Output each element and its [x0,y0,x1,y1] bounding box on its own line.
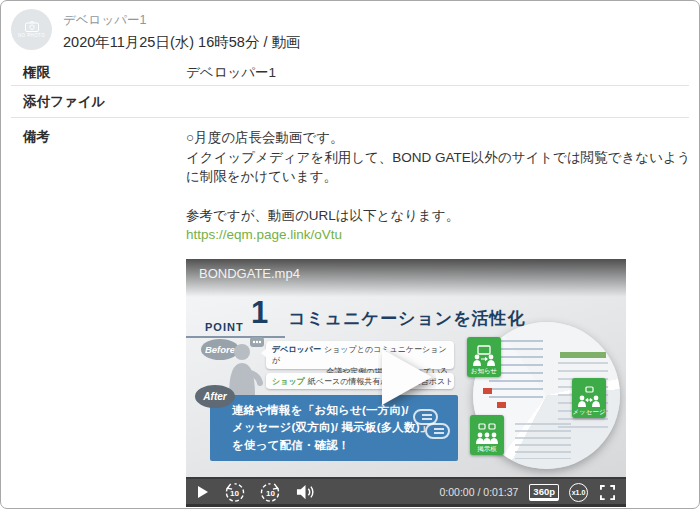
slide-heading: コミュニケーションを活性化 [288,307,526,330]
volume-button[interactable] [296,484,315,500]
badge-keijiban: 掲示板 [470,415,504,455]
slide-point-number: 1 [251,295,268,331]
after-line-2: メッセージ(双方向)/ 掲示板(多人数)」 [232,419,432,436]
remarks-line-1: ○月度の店長会動画です。 [186,128,691,148]
svg-text:10: 10 [266,488,276,497]
remarks-spacer [186,187,691,206]
badge-label: メッセージ [572,408,605,416]
quality-button[interactable]: 360p [529,484,559,501]
rewind-10-button[interactable]: 10 [224,482,245,503]
play-overlay-button[interactable] [378,347,436,409]
slide-point-label: POINT [205,321,244,333]
bulletin-board-people-icon [475,423,499,445]
video-screen[interactable]: BONDGATE.mp4 POINT 1 コミュニケーションを活性化 Befor… [186,259,626,477]
remarks-content: ○月度の店長会動画です。 イクイップメディアを利用して、BOND GATE以外の… [186,128,691,245]
badge-label: 掲示板 [477,445,497,453]
badge-oshirase: お知らせ [467,337,501,377]
post-detail-page: NO PHOTO デベロッパー1 2020年11月25日(水) 16時58分 /… [0,0,700,509]
fullscreen-button[interactable] [600,485,615,500]
play-overlay-icon [378,347,436,409]
rewind-10-icon: 10 [224,482,245,503]
permission-label: 権限 [23,64,50,82]
volume-icon [296,484,315,500]
video-player[interactable]: BONDGATE.mp4 POINT 1 コミュニケーションを活性化 Befor… [186,259,626,507]
after-message-text: 連絡や情報を「お知らせ(一方向)/ メッセージ(双方向)/ 掲示板(多人数)」 … [232,402,432,454]
remarks-line-2: イクイップメディアを利用して、BOND GATE以外のサイトでは閲覧できないよう… [186,148,691,187]
badge-label: お知らせ [471,367,497,375]
post-date: 2020年11月25日(水) 16時58分 / 動画 [63,33,300,52]
post-header: NO PHOTO デベロッパー1 2020年11月25日(水) 16時58分 /… [11,9,300,52]
camera-icon [25,21,39,32]
screenshot-texture [483,388,492,394]
person-icon [228,335,268,395]
fullscreen-icon [600,485,615,500]
time-display: 0:00:00 / 0:01:37 [440,486,519,498]
play-icon [197,485,209,499]
divider [11,85,689,86]
permission-value: デベロッパー1 [186,64,276,82]
bubble-tag: ショップ [272,377,305,386]
remarks-line-3: 参考ですが、動画のURLは以下となります。 [186,206,691,226]
message-people-icon [577,386,601,408]
chat-bubble-icon [425,423,450,439]
video-control-bar: 10 10 0:00:00 / 0:01:37 360p x [186,477,626,507]
screenshot-texture [515,423,571,459]
remarks-label: 備考 [23,128,50,146]
playback-speed-button[interactable]: x1.0 [569,483,588,502]
announcement-people-icon [472,345,496,367]
badge-message: メッセージ [572,378,606,418]
after-badge: After [195,385,235,408]
svg-text:10: 10 [230,488,240,497]
screenshot-texture [560,352,606,358]
after-line-3: を使って配信・確認！ [232,437,432,454]
video-url-link[interactable]: https://eqm.page.link/oVtu [186,227,342,242]
divider [11,117,689,118]
play-button[interactable] [197,485,209,499]
forward-10-icon: 10 [260,482,281,503]
author-name: デベロッパー1 [63,12,300,29]
avatar-no-photo-label: NO PHOTO [18,33,45,38]
attachments-label: 添付ファイル [23,93,105,111]
video-filename: BONDGATE.mp4 [199,266,300,281]
avatar: NO PHOTO [11,9,52,50]
forward-10-button[interactable]: 10 [260,482,281,503]
post-header-text: デベロッパー1 2020年11月25日(水) 16時58分 / 動画 [63,9,300,52]
screenshot-texture [497,402,506,408]
bubble-tag: デベロッパー [272,345,321,354]
